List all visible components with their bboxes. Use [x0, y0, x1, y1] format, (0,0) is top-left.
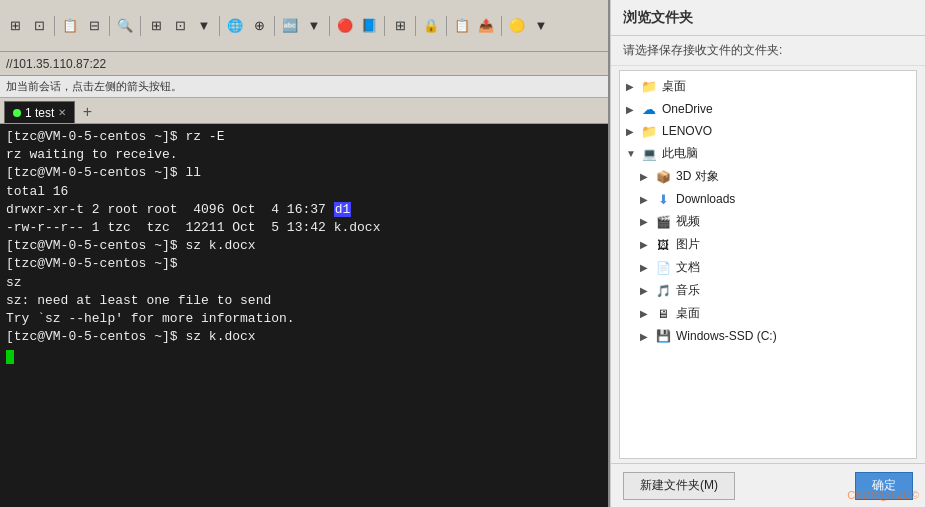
terminal-panel: ⊞ ⊡ 📋 ⊟ 🔍 ⊞ ⊡ ▼ 🌐 ⊕ 🔤 ▼ 🔴 📘 ⊞ 🔒 📋 📤 🟡 ▼ … — [0, 0, 610, 507]
tree-label-pictures: 图片 — [676, 236, 700, 253]
toolbar-icon-13[interactable]: 🔴 — [334, 15, 356, 37]
terminal-line-6: -rw-r--r-- 1 tzc tzc 12211 Oct 5 13:42 k… — [6, 219, 602, 237]
tree-label-thispc: 此电脑 — [662, 145, 698, 162]
tree-item-desktop-top[interactable]: 桌面 — [620, 75, 916, 98]
file-tree[interactable]: 桌面 OneDrive LENOVO 此电脑 3D 对象 — [619, 70, 917, 459]
toolbar: ⊞ ⊡ 📋 ⊟ 🔍 ⊞ ⊡ ▼ 🌐 ⊕ 🔤 ▼ 🔴 📘 ⊞ 🔒 📋 📤 🟡 ▼ — [0, 0, 608, 52]
terminal-line-10: sz: need at least one file to send — [6, 292, 602, 310]
connection-address: //101.35.110.87:22 — [6, 57, 106, 71]
toolbar-sep-4 — [219, 16, 220, 36]
tree-item-music[interactable]: 音乐 — [620, 279, 916, 302]
chevron-pictures — [640, 239, 654, 250]
terminal-line-4: total 16 — [6, 183, 602, 201]
terminal-line-11: Try `sz --help' for more information. — [6, 310, 602, 328]
new-folder-button[interactable]: 新建文件夹(M) — [623, 472, 735, 500]
tab-add-button[interactable]: + — [77, 101, 97, 123]
panel-subtitle: 请选择保存接收文件的文件夹: — [611, 36, 925, 66]
tree-label-videos: 视频 — [676, 213, 700, 230]
video-icon — [654, 214, 672, 230]
toolbar-icon-16[interactable]: 🔒 — [420, 15, 442, 37]
toolbar-icon-1[interactable]: ⊞ — [4, 15, 26, 37]
tree-label-onedrive: OneDrive — [662, 102, 713, 116]
tree-item-videos[interactable]: 视频 — [620, 210, 916, 233]
tree-label-downloads: Downloads — [676, 192, 735, 206]
terminal-line-7: [tzc@VM-0-5-centos ~]$ sz k.docx — [6, 237, 602, 255]
toolbar-sep-5 — [274, 16, 275, 36]
toolbar-icon-9[interactable]: 🌐 — [224, 15, 246, 37]
toolbar-icon-10[interactable]: ⊕ — [248, 15, 270, 37]
image-icon — [654, 237, 672, 253]
chevron-lenovo — [626, 126, 640, 137]
terminal-cursor-line — [6, 346, 602, 364]
toolbar-icon-4[interactable]: ⊟ — [83, 15, 105, 37]
tab-bar: 1 test ✕ + — [0, 98, 608, 124]
chevron-3dobjects — [640, 171, 654, 182]
tree-label-lenovo: LENOVO — [662, 124, 712, 138]
tab-status-dot — [13, 109, 21, 117]
tree-item-documents[interactable]: 文档 — [620, 256, 916, 279]
toolbar-icon-20[interactable]: ▼ — [530, 15, 552, 37]
chevron-desktop-top — [626, 81, 640, 92]
folder-icon-desktop-top — [640, 79, 658, 95]
toolbar-icon-8[interactable]: ▼ — [193, 15, 215, 37]
chevron-thispc — [626, 148, 640, 159]
tree-item-3dobjects[interactable]: 3D 对象 — [620, 165, 916, 188]
terminal-content[interactable]: [tzc@VM-0-5-centos ~]$ rz -E rz waiting … — [0, 124, 608, 507]
box3d-icon — [654, 169, 672, 185]
toolbar-icon-17[interactable]: 📋 — [451, 15, 473, 37]
hint-bar: 加当前会话，点击左侧的箭头按钮。 — [0, 76, 608, 98]
cloud-icon-onedrive — [640, 101, 658, 117]
toolbar-icon-18[interactable]: 📤 — [475, 15, 497, 37]
toolbar-sep-2 — [109, 16, 110, 36]
tree-item-thispc[interactable]: 此电脑 — [620, 142, 916, 165]
tree-label-windows-ssd: Windows-SSD (C:) — [676, 329, 777, 343]
tree-label-music: 音乐 — [676, 282, 700, 299]
toolbar-icon-6[interactable]: ⊞ — [145, 15, 167, 37]
drive-icon — [654, 328, 672, 344]
chevron-music — [640, 285, 654, 296]
toolbar-icon-14[interactable]: 📘 — [358, 15, 380, 37]
watermark: CSDN@TZC© — [847, 489, 919, 501]
tab-label: 1 test — [25, 106, 54, 120]
tree-item-onedrive[interactable]: OneDrive — [620, 98, 916, 120]
terminal-line-3: [tzc@VM-0-5-centos ~]$ ll — [6, 164, 602, 182]
toolbar-icon-2[interactable]: ⊡ — [28, 15, 50, 37]
toolbar-sep-6 — [329, 16, 330, 36]
chevron-windows-ssd — [640, 331, 654, 342]
toolbar-sep-7 — [384, 16, 385, 36]
download-icon — [654, 191, 672, 207]
tree-label-3dobjects: 3D 对象 — [676, 168, 719, 185]
hint-text: 加当前会话，点击左侧的箭头按钮。 — [6, 79, 182, 94]
connection-bar: //101.35.110.87:22 — [0, 52, 608, 76]
toolbar-icon-11[interactable]: 🔤 — [279, 15, 301, 37]
toolbar-icon-7[interactable]: ⊡ — [169, 15, 191, 37]
toolbar-sep-8 — [415, 16, 416, 36]
tab-close-button[interactable]: ✕ — [58, 107, 66, 118]
terminal-line-12: [tzc@VM-0-5-centos ~]$ sz k.docx — [6, 328, 602, 346]
file-browser-panel: 浏览文件夹 请选择保存接收文件的文件夹: 桌面 OneDrive LENOVO … — [610, 0, 925, 507]
toolbar-sep-3 — [140, 16, 141, 36]
toolbar-icon-3[interactable]: 📋 — [59, 15, 81, 37]
terminal-tab[interactable]: 1 test ✕ — [4, 101, 75, 123]
toolbar-icon-19[interactable]: 🟡 — [506, 15, 528, 37]
panel-title: 浏览文件夹 — [611, 0, 925, 36]
tree-item-windows-ssd[interactable]: Windows-SSD (C:) — [620, 325, 916, 347]
terminal-line-8: [tzc@VM-0-5-centos ~]$ — [6, 255, 602, 273]
computer-icon-thispc — [640, 146, 658, 162]
chevron-documents — [640, 262, 654, 273]
toolbar-sep-10 — [501, 16, 502, 36]
highlight-d1: d1 — [334, 202, 352, 217]
tree-item-pictures[interactable]: 图片 — [620, 233, 916, 256]
tree-label-desktop-pc: 桌面 — [676, 305, 700, 322]
toolbar-icon-5[interactable]: 🔍 — [114, 15, 136, 37]
tree-item-lenovo[interactable]: LENOVO — [620, 120, 916, 142]
tree-item-downloads[interactable]: Downloads — [620, 188, 916, 210]
tree-item-desktop-pc[interactable]: 桌面 — [620, 302, 916, 325]
terminal-line-9: sz — [6, 274, 602, 292]
chevron-videos — [640, 216, 654, 227]
toolbar-sep-9 — [446, 16, 447, 36]
toolbar-icon-12[interactable]: ▼ — [303, 15, 325, 37]
chevron-desktop-pc — [640, 308, 654, 319]
toolbar-icon-15[interactable]: ⊞ — [389, 15, 411, 37]
terminal-line-1: [tzc@VM-0-5-centos ~]$ rz -E — [6, 128, 602, 146]
